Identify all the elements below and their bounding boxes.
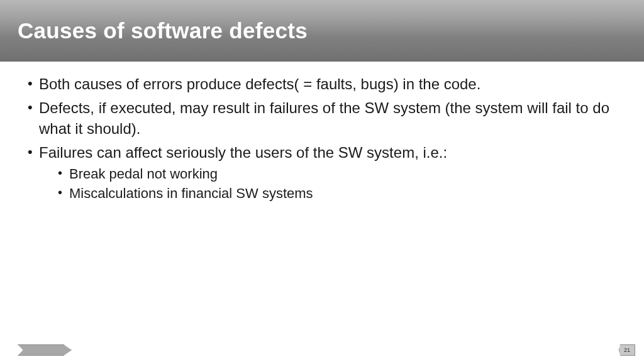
page-number-box: 21 [619,344,635,356]
page-number: 21 [624,347,630,353]
list-item: Defects, if executed, may result in fail… [28,98,616,139]
list-item: Break pedal not working [58,165,616,184]
slide-header: Causes of software defects [0,0,644,62]
sub-bullet-list: Break pedal not working Miscalculations … [39,165,616,203]
list-item: Both causes of errors produce defects( =… [28,74,616,94]
arrow-decoration [18,344,72,356]
list-item: Miscalculations in financial SW systems [58,184,616,203]
slide-title: Causes of software defects [18,18,308,43]
bullet-list: Both causes of errors produce defects( =… [28,74,616,203]
list-item-text: Failures can affect seriously the users … [39,144,447,161]
slide-content: Both causes of errors produce defects( =… [0,62,644,219]
list-item: Failures can affect seriously the users … [28,143,616,203]
slide-footer: 21 [0,342,644,358]
